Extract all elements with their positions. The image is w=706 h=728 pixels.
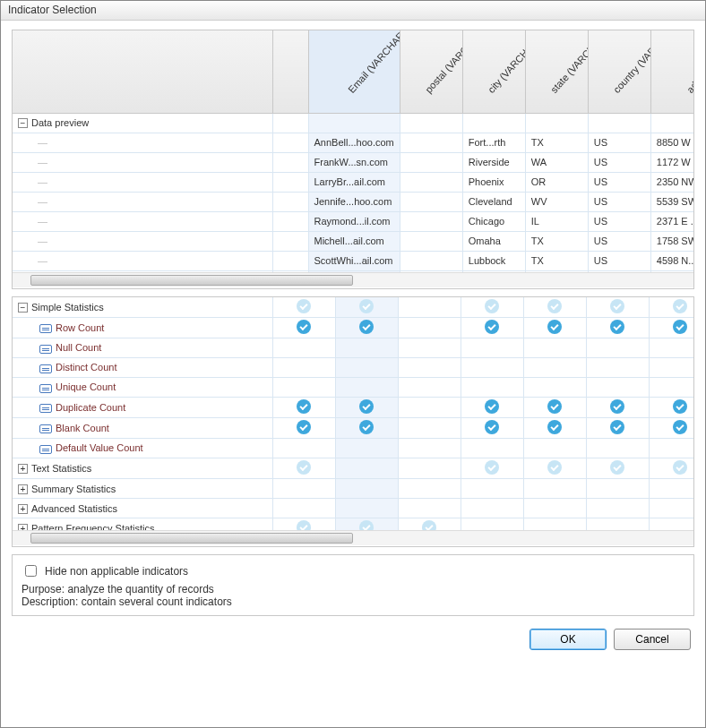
- indicator-cell[interactable]: [649, 318, 693, 338]
- indicator-cell[interactable]: [586, 458, 649, 479]
- group-summaryStats[interactable]: +Summary Statistics: [13, 479, 272, 499]
- indicator-dupCount[interactable]: Duplicate Count: [13, 398, 272, 418]
- indicator-cell[interactable]: [461, 398, 523, 418]
- indicator-cell[interactable]: [586, 439, 649, 458]
- indicator-cell[interactable]: [398, 439, 461, 458]
- indicator-nullCount[interactable]: Null Count: [13, 338, 272, 358]
- indicator-cell[interactable]: [523, 297, 586, 318]
- collapse-icon[interactable]: −: [18, 118, 28, 128]
- indicator-cell[interactable]: [398, 318, 461, 338]
- indicator-rowCount[interactable]: Row Count: [13, 318, 272, 338]
- indicator-cell[interactable]: [272, 297, 335, 318]
- indicator-cell[interactable]: [649, 499, 693, 518]
- indicator-cell[interactable]: [523, 398, 586, 418]
- ok-button[interactable]: OK: [530, 629, 607, 650]
- indicator-cell[interactable]: [398, 398, 461, 418]
- indicator-blankCount[interactable]: Blank Count: [13, 418, 272, 439]
- indicator-cell[interactable]: [586, 398, 649, 418]
- indicator-cell[interactable]: [523, 439, 586, 458]
- indicator-cell[interactable]: [649, 358, 693, 378]
- indicator-cell[interactable]: [272, 358, 335, 378]
- indicator-cell[interactable]: [398, 418, 461, 439]
- indicator-cell[interactable]: [272, 499, 335, 518]
- indicator-cell[interactable]: [335, 358, 398, 378]
- indicator-defValCount[interactable]: Default Value Count: [13, 439, 272, 458]
- data-preview-node[interactable]: −Data preview: [13, 113, 272, 133]
- column-header-addr[interactable]: ad: [650, 30, 693, 113]
- indicator-cell[interactable]: [335, 418, 398, 439]
- indicator-cell[interactable]: [523, 318, 586, 338]
- indicator-cell[interactable]: [523, 518, 586, 531]
- expand-icon[interactable]: +: [18, 484, 28, 494]
- indicator-cell[interactable]: [398, 358, 461, 378]
- indicator-cell[interactable]: [523, 499, 586, 518]
- indicator-cell[interactable]: [335, 479, 398, 499]
- indicator-cell[interactable]: [272, 378, 335, 398]
- indicator-cell[interactable]: [586, 318, 649, 338]
- column-header-postal[interactable]: postal (VARCHAR): [400, 30, 462, 113]
- group-patternFreq[interactable]: +Pattern Frequency Statistics: [13, 518, 272, 531]
- indicator-cell[interactable]: [523, 458, 586, 479]
- column-header-state[interactable]: state (VARCHAR): [525, 30, 588, 113]
- indicator-cell[interactable]: [461, 479, 523, 499]
- indicator-cell[interactable]: [461, 358, 523, 378]
- indicator-cell[interactable]: [335, 338, 398, 358]
- column-header-email[interactable]: Email (VARCHAR): [308, 30, 400, 113]
- indicator-cell[interactable]: [272, 518, 335, 531]
- indicator-uniqueCount[interactable]: Unique Count: [13, 378, 272, 398]
- indicator-cell[interactable]: [272, 318, 335, 338]
- horizontal-scrollbar[interactable]: [13, 530, 693, 545]
- indicator-cell[interactable]: [649, 439, 693, 458]
- indicator-cell[interactable]: [398, 378, 461, 398]
- indicator-cell[interactable]: [586, 358, 649, 378]
- indicator-cell[interactable]: [272, 398, 335, 418]
- indicator-cell[interactable]: [398, 297, 461, 318]
- expand-icon[interactable]: +: [18, 504, 28, 514]
- indicator-cell[interactable]: [335, 499, 398, 518]
- column-header-country[interactable]: country (VARCHAR): [588, 30, 650, 113]
- indicator-cell[interactable]: [335, 439, 398, 458]
- indicator-cell[interactable]: [523, 378, 586, 398]
- cancel-button[interactable]: Cancel: [614, 629, 691, 650]
- indicator-cell[interactable]: [272, 458, 335, 479]
- indicator-cell[interactable]: [461, 499, 523, 518]
- indicator-cell[interactable]: [398, 479, 461, 499]
- hide-indicators-checkbox[interactable]: [25, 565, 37, 577]
- indicator-cell[interactable]: [272, 418, 335, 439]
- expand-icon[interactable]: +: [18, 464, 28, 474]
- expand-icon[interactable]: +: [18, 524, 28, 530]
- indicator-cell[interactable]: [649, 458, 693, 479]
- indicator-cell[interactable]: [649, 518, 693, 531]
- indicator-cell[interactable]: [461, 418, 523, 439]
- indicator-distinctCount[interactable]: Distinct Count: [13, 358, 272, 378]
- indicator-cell[interactable]: [335, 458, 398, 479]
- indicator-cell[interactable]: [523, 418, 586, 439]
- indicator-cell[interactable]: [335, 297, 398, 318]
- indicator-cell[interactable]: [398, 458, 461, 479]
- indicator-cell[interactable]: [461, 378, 523, 398]
- indicator-cell[interactable]: [649, 378, 693, 398]
- indicator-cell[interactable]: [335, 398, 398, 418]
- indicator-cell[interactable]: [398, 338, 461, 358]
- indicator-cell[interactable]: [461, 297, 523, 318]
- column-header-city[interactable]: city (VARCHAR): [462, 30, 525, 113]
- indicator-cell[interactable]: [586, 499, 649, 518]
- indicator-cell[interactable]: [586, 518, 649, 531]
- indicator-cell[interactable]: [523, 479, 586, 499]
- indicator-cell[interactable]: [586, 378, 649, 398]
- indicator-cell[interactable]: [461, 518, 523, 531]
- indicator-cell[interactable]: [272, 338, 335, 358]
- indicator-cell[interactable]: [335, 378, 398, 398]
- indicator-cell[interactable]: [335, 318, 398, 338]
- indicator-cell[interactable]: [523, 338, 586, 358]
- indicator-cell[interactable]: [335, 518, 398, 531]
- indicator-cell[interactable]: [461, 318, 523, 338]
- indicator-cell[interactable]: [272, 439, 335, 458]
- indicator-cell[interactable]: [523, 358, 586, 378]
- indicator-cell[interactable]: [649, 338, 693, 358]
- indicator-cell[interactable]: [461, 458, 523, 479]
- indicator-cell[interactable]: [586, 338, 649, 358]
- indicator-cell[interactable]: [586, 418, 649, 439]
- indicator-cell[interactable]: [398, 499, 461, 518]
- indicator-cell[interactable]: [461, 439, 523, 458]
